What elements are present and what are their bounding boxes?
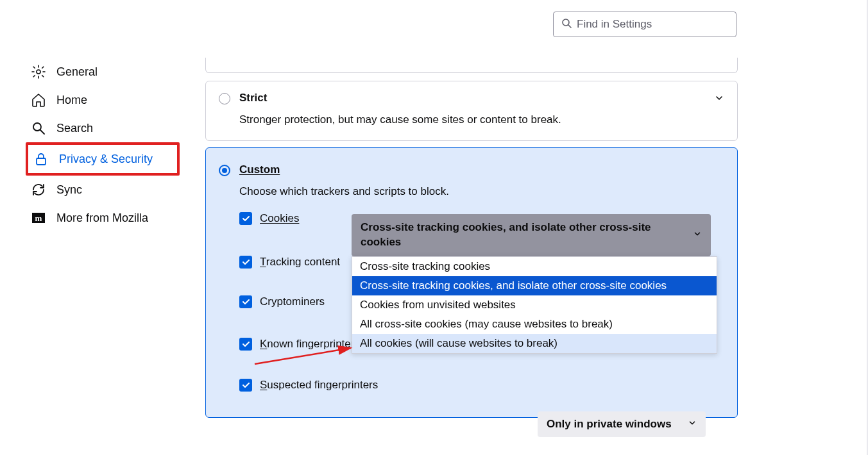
custom-head: Custom — [219, 163, 724, 176]
settings-search-box[interactable] — [553, 12, 736, 37]
tracking-label: Tracking content — [260, 256, 340, 269]
cookies-select[interactable]: Cross-site tracking cookies, and isolate… — [352, 214, 711, 256]
strict-radio[interactable] — [219, 93, 230, 104]
svg-line-4 — [40, 130, 44, 134]
custom-desc: Choose which trackers and scripts to blo… — [239, 185, 724, 198]
crypto-checkbox[interactable] — [239, 295, 252, 308]
prev-panel-cutoff — [205, 58, 738, 73]
svg-point-3 — [33, 123, 41, 131]
svg-line-1 — [568, 25, 571, 28]
settings-sidebar: General Home Search Privacy & Security S… — [26, 58, 180, 232]
sidebar-label-search: Search — [56, 122, 93, 135]
search-icon — [561, 18, 572, 31]
mozilla-icon: m — [31, 210, 46, 226]
strict-text: Strict Stronger protection, but may caus… — [239, 92, 561, 126]
cookies-dropdown: Cross-site tracking cookies Cross-site t… — [352, 256, 717, 354]
cookies-option-3[interactable]: All cross-site cookies (may cause websit… — [352, 315, 717, 334]
cookies-option-4[interactable]: All cookies (will cause websites to brea… — [352, 334, 717, 353]
sidebar-label-more: More from Mozilla — [56, 211, 148, 225]
cookies-select-value: Cross-site tracking cookies, and isolate… — [361, 220, 693, 250]
sidebar-item-more-mozilla[interactable]: m More from Mozilla — [26, 204, 180, 232]
chevron-down-icon — [693, 229, 702, 242]
sidebar-item-search[interactable]: Search — [26, 114, 180, 142]
settings-search-input[interactable] — [577, 18, 728, 31]
strict-desc: Stronger protection, but may cause some … — [239, 113, 561, 126]
crypto-label: Cryptominers — [260, 295, 325, 308]
chevron-down-icon[interactable] — [714, 93, 724, 106]
settings-search-wrap — [553, 12, 736, 37]
cookies-option-1[interactable]: Cross-site tracking cookies, and isolate… — [352, 276, 717, 295]
susp-fp-select[interactable]: Only in private windows — [538, 411, 706, 437]
strict-title: Strict — [239, 92, 561, 104]
sidebar-item-general[interactable]: General — [26, 58, 180, 86]
susp-fp-select-value: Only in private windows — [547, 418, 672, 431]
known-fp-label: Known fingerprinters — [260, 338, 360, 351]
gear-icon — [31, 64, 46, 79]
tracking-checkbox[interactable] — [239, 256, 252, 269]
sync-icon — [31, 182, 46, 197]
custom-title: Custom — [239, 163, 280, 176]
sidebar-label-home: Home — [56, 94, 87, 107]
svg-text:m: m — [35, 213, 42, 223]
tracking-strict-panel[interactable]: Strict Stronger protection, but may caus… — [205, 81, 738, 141]
cookies-checkbox[interactable] — [239, 212, 252, 225]
sidebar-item-home[interactable]: Home — [26, 86, 180, 114]
lock-icon — [33, 151, 49, 167]
chevron-down-icon — [688, 418, 697, 431]
susp-fp-label: Suspected fingerprinters — [260, 379, 378, 392]
svg-rect-5 — [37, 158, 46, 165]
checkbox-row-susp-fp: Suspected fingerprinters — [239, 379, 724, 392]
svg-point-2 — [37, 70, 40, 74]
home-icon — [31, 92, 46, 108]
sidebar-item-sync[interactable]: Sync — [26, 176, 180, 204]
magnifier-icon — [31, 120, 46, 136]
cookies-option-0[interactable]: Cross-site tracking cookies — [352, 257, 717, 276]
sidebar-item-privacy-security[interactable]: Privacy & Security — [26, 142, 180, 176]
sidebar-label-sync: Sync — [56, 183, 82, 197]
cookies-option-2[interactable]: Cookies from unvisited websites — [352, 295, 717, 315]
susp-fp-checkbox[interactable] — [239, 379, 252, 392]
known-fp-checkbox[interactable] — [239, 338, 252, 351]
custom-radio[interactable] — [219, 165, 230, 176]
cookies-label: Cookies — [260, 212, 299, 225]
sidebar-label-general: General — [56, 65, 98, 79]
sidebar-label-privacy: Privacy & Security — [59, 153, 153, 166]
